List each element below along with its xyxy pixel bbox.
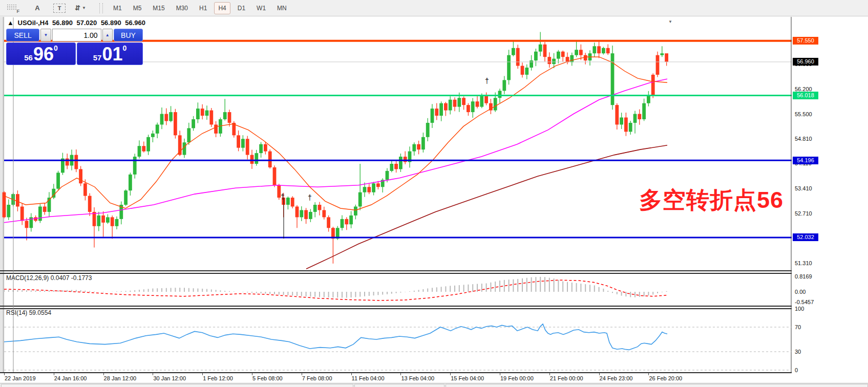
chart-title: ▲ USOil-,H4 56.890 57.020 56.890 56.960: [7, 19, 147, 27]
timeframe-m1-button[interactable]: M1: [109, 2, 126, 14]
sell-button[interactable]: SELL: [6, 29, 39, 41]
price-badge: 52.032: [793, 233, 818, 241]
time-tick-label: 13 Feb 04:00: [401, 375, 434, 381]
timeframe-h1-button[interactable]: H1: [195, 2, 211, 14]
status-cell: [1, 384, 353, 387]
rsi-indicator-label: RSI(14) 59.0554: [6, 309, 51, 316]
sell-price-sup: 0: [54, 44, 58, 52]
one-click-trading-panel: SELL ▼ ▲ BUY 56 96 0 57 01 0: [6, 29, 143, 65]
sell-price-small: 56: [24, 53, 33, 62]
timeframe-w1-button[interactable]: W1: [252, 2, 270, 14]
arrows-glyph: ⇵: [75, 4, 80, 12]
expand-arrow-icon[interactable]: ▲: [7, 19, 14, 27]
buy-price-small: 57: [93, 53, 102, 62]
rsi-tick-label: 70: [795, 324, 801, 330]
price-badge: 56.018: [793, 92, 818, 99]
a-letter: A: [35, 4, 39, 12]
svg-text:▼: ▼: [668, 19, 672, 24]
volume-decrease-button[interactable]: ▼: [40, 29, 51, 41]
status-cell: [354, 384, 444, 387]
rsi-tick-label: 30: [795, 349, 801, 355]
timeframe-buttons: M1M5M15M30H1H4D1W1MN: [106, 2, 291, 14]
time-tick-label: 7 Feb 08:00: [302, 375, 332, 381]
price-badge: 56.960: [793, 58, 818, 66]
time-tick-label: 11 Feb 04:00: [352, 375, 385, 381]
rsi-tick-label: 0: [795, 367, 798, 373]
grid-dots-icon: [7, 5, 16, 10]
symbol-period: USOil-,H4: [18, 19, 49, 27]
macd-indicator-label: MACD(12,26,9) 0.0407 -0.1773: [6, 274, 92, 282]
dropdown-caret-icon[interactable]: ▼: [82, 6, 86, 10]
indicator-grid-f-icon[interactable]: F: [7, 4, 18, 12]
grid-f-letter: F: [17, 9, 20, 14]
timeframe-m5-button[interactable]: M5: [129, 2, 146, 14]
label-a-icon[interactable]: A: [32, 3, 43, 13]
macd-tick-label: -0.5457: [795, 299, 814, 305]
price-tick-label: 51.310: [795, 260, 812, 266]
textbox-t-icon[interactable]: T: [53, 4, 66, 13]
ohlc-close: 56.960: [125, 19, 145, 27]
time-tick-label: 1 Feb 12:00: [203, 375, 233, 381]
macd-tick-label: 0.00: [795, 289, 806, 295]
price-tick-label: 53.410: [795, 185, 812, 191]
ohlc-high: 57.020: [76, 19, 97, 27]
sell-price-big: 96: [33, 46, 54, 63]
timeframe-m15-button[interactable]: M15: [149, 2, 168, 14]
price-badge: 54.196: [793, 157, 818, 164]
t-letter: T: [58, 5, 61, 11]
time-tick-label: 5 Feb 08:00: [252, 375, 283, 381]
time-tick-label: 26 Feb 20:00: [649, 375, 682, 381]
timeframe-m30-button[interactable]: M30: [172, 2, 192, 14]
sell-price-panel[interactable]: 56 96 0: [6, 42, 76, 65]
ohlc-low: 56.890: [101, 19, 121, 27]
buy-button[interactable]: BUY: [114, 29, 143, 41]
svg-text:†: †: [281, 192, 285, 201]
buy-price-big: 01: [102, 46, 122, 63]
timeframe-d1-button[interactable]: D1: [234, 2, 249, 14]
ohlc-open: 56.890: [52, 19, 73, 27]
price-badge: 57.550: [793, 37, 818, 45]
chinese-annotation-text: 多空转折点56: [639, 185, 784, 216]
svg-text:†: †: [485, 77, 489, 85]
time-tick-label: 24 Feb 23:00: [600, 375, 633, 381]
mt4-terminal: F A T ⇵ ▼ M1M5M15M30H1H4D1W1MN †††▼ ▲ US…: [0, 0, 868, 387]
volume-input[interactable]: [52, 29, 101, 41]
rsi-tick-label: 100: [795, 306, 804, 312]
time-axis[interactable]: 22 Jan 201924 Jan 16:0028 Jan 12:0030 Ja…: [0, 373, 792, 384]
price-tick-label: 52.710: [795, 210, 812, 217]
chart-window[interactable]: †††▼ ▲ USOil-,H4 56.890 57.020 56.890 56…: [0, 17, 868, 387]
time-tick-label: 24 Jan 16:00: [54, 375, 87, 381]
buy-price-panel[interactable]: 57 01 0: [77, 42, 143, 65]
timeframe-mn-button[interactable]: MN: [273, 2, 291, 14]
price-tick-label: 55.500: [795, 111, 812, 117]
status-cell: [446, 384, 868, 387]
time-tick-label: 19 Feb 00:00: [500, 375, 534, 381]
timeframe-h4-button[interactable]: H4: [214, 2, 230, 14]
svg-text:†: †: [308, 193, 312, 202]
buy-price-sup: 0: [122, 44, 126, 52]
time-tick-label: 22 Jan 2019: [5, 375, 36, 381]
toolbar-separator: [99, 3, 103, 13]
price-tick-label: 54.810: [795, 136, 812, 142]
arrows-objects-icon[interactable]: ⇵ ▼: [75, 3, 86, 13]
volume-increase-button[interactable]: ▲: [102, 29, 113, 41]
macd-tick-label: 0.8169: [795, 273, 812, 280]
toolbar: F A T ⇵ ▼ M1M5M15M30H1H4D1W1MN: [0, 0, 868, 16]
time-tick-label: 28 Jan 12:00: [104, 375, 137, 381]
price-axis[interactable]: 57.60056.90056.20055.50054.81054.11053.4…: [792, 17, 868, 387]
time-tick-label: 21 Feb 00:00: [550, 375, 583, 381]
status-bar: [0, 383, 868, 387]
time-tick-label: 15 Feb 04:00: [451, 375, 484, 381]
time-tick-label: 30 Jan 12:00: [153, 375, 186, 381]
